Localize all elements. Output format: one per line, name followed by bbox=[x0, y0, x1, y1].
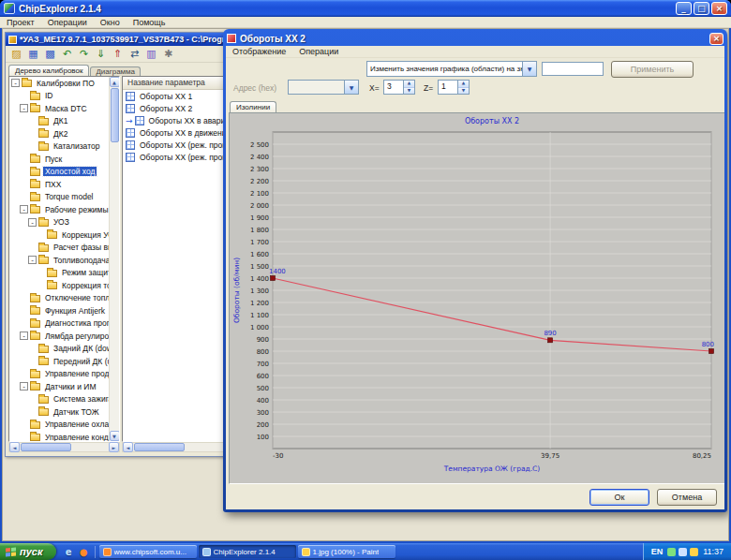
redo-icon[interactable]: ↷ bbox=[76, 47, 92, 62]
tree-item[interactable]: ID bbox=[9, 90, 109, 103]
tree-item[interactable]: Отключение топливопод bbox=[9, 292, 109, 305]
rpm-line-chart[interactable]: 1002003004005006007008009001 0001 1001 2… bbox=[230, 113, 724, 483]
tree-item[interactable]: Управление продувкой bbox=[9, 368, 109, 381]
dialog-menu-item-1[interactable]: Операции bbox=[292, 47, 345, 56]
tree-item[interactable]: Задний ДК (downstre bbox=[9, 343, 109, 356]
scroll-left-icon[interactable]: ◄ bbox=[9, 442, 20, 452]
tree-item[interactable]: -Лямбда регулирование bbox=[9, 330, 109, 343]
expander-icon[interactable]: - bbox=[20, 205, 28, 214]
read-chip-icon[interactable]: ⇓ bbox=[93, 47, 109, 62]
scroll-thumb[interactable] bbox=[21, 443, 71, 451]
tree-item[interactable]: -Маска DTC bbox=[9, 102, 109, 115]
tree-item[interactable]: -Рабочие режимы bbox=[9, 203, 109, 216]
taskbar: пуск e● www.chipsoft.com.u...ChipExplore… bbox=[0, 543, 731, 560]
tree-item[interactable]: Передний ДК (upstrea bbox=[9, 355, 109, 368]
tab-1[interactable]: Диаграмма bbox=[90, 66, 141, 76]
chart-icon[interactable]: ▥ bbox=[143, 47, 159, 62]
tree-item[interactable]: ПХХ bbox=[9, 178, 109, 191]
tree-item[interactable]: -Калибровки ПО bbox=[9, 77, 109, 90]
menu-item-2[interactable]: Окно bbox=[94, 18, 127, 27]
svg-text:1 000: 1 000 bbox=[250, 324, 269, 332]
tree-item[interactable]: -УОЗ bbox=[9, 216, 109, 229]
expander-icon[interactable]: - bbox=[20, 104, 28, 112]
task-button[interactable]: www.chipsoft.com.u... bbox=[99, 545, 197, 558]
expander-icon[interactable]: - bbox=[11, 79, 20, 87]
close-button[interactable]: × bbox=[711, 2, 727, 15]
firefox-icon[interactable]: ● bbox=[78, 546, 90, 558]
save-all-icon[interactable]: ▩ bbox=[42, 47, 58, 62]
tree-item[interactable]: ДК1 bbox=[9, 115, 109, 128]
start-button[interactable]: пуск bbox=[0, 543, 56, 560]
dialog-close-button[interactable]: × bbox=[709, 33, 724, 45]
tree-item[interactable]: Torque model bbox=[9, 191, 109, 204]
main-titlebar[interactable]: ChipExplorer 2.1.4 _□× bbox=[0, 0, 731, 17]
tree-item[interactable]: ДК2 bbox=[9, 127, 109, 140]
action-select[interactable]: Изменить значения графика (области) на з… bbox=[366, 61, 537, 77]
expander-icon[interactable]: - bbox=[20, 332, 28, 340]
windows-flag-icon bbox=[6, 547, 16, 556]
tree-item-label: Расчет фазы впрыска bbox=[52, 243, 109, 252]
menu-item-3[interactable]: Помощь bbox=[127, 18, 172, 27]
tree-item[interactable]: Коррекция УОЗ в bbox=[9, 228, 109, 242]
tree-item[interactable]: Расчет фазы впрыска bbox=[9, 242, 109, 255]
compare-icon[interactable]: ⇄ bbox=[127, 47, 142, 62]
svg-text:80,25: 80,25 bbox=[693, 452, 711, 460]
scroll-thumb[interactable] bbox=[134, 443, 185, 451]
expander-icon[interactable]: - bbox=[28, 218, 37, 227]
task-button[interactable]: ChipExplorer 2.1.4 bbox=[199, 545, 296, 558]
scroll-left-icon[interactable]: ◄ bbox=[123, 442, 133, 452]
language-indicator[interactable]: EN bbox=[651, 547, 664, 556]
expander-icon[interactable]: - bbox=[20, 382, 28, 391]
apply-button[interactable]: Применить bbox=[611, 61, 694, 78]
menu-item-1[interactable]: Операции bbox=[41, 18, 94, 27]
task-button[interactable]: 1.jpg (100%) - Paint bbox=[298, 545, 395, 558]
folder-icon bbox=[38, 257, 49, 264]
write-chip-icon[interactable]: ⇑ bbox=[110, 47, 126, 62]
tools-icon[interactable]: ✱ bbox=[160, 47, 176, 62]
undo-icon[interactable]: ↶ bbox=[59, 47, 75, 62]
tree-item[interactable]: Коррекция топли bbox=[9, 279, 109, 292]
tree-vertical-scrollbar[interactable]: ▲ ▼ bbox=[109, 77, 119, 441]
network-icon[interactable] bbox=[690, 548, 698, 556]
chevron-down-icon[interactable]: ▼ bbox=[522, 62, 536, 76]
tree-item[interactable]: -Топливоподача bbox=[9, 254, 109, 267]
tree-item[interactable]: Управление охлаждением bbox=[9, 419, 109, 432]
tab-isolines[interactable]: Изолинии bbox=[230, 101, 276, 112]
tree-item[interactable]: Катализатор bbox=[9, 140, 109, 154]
maximize-button[interactable]: □ bbox=[694, 2, 709, 15]
spinner-arrows-icon[interactable]: ▲▼ bbox=[457, 81, 469, 94]
expander-icon[interactable]: - bbox=[28, 256, 37, 264]
minimize-button[interactable]: _ bbox=[676, 2, 692, 15]
cancel-button[interactable]: Отмена bbox=[657, 489, 717, 506]
x-spinner[interactable]: 3 ▲▼ bbox=[383, 80, 415, 95]
antivirus-icon[interactable] bbox=[667, 548, 676, 556]
ok-button[interactable]: Ок bbox=[589, 489, 649, 506]
value-input[interactable] bbox=[542, 62, 604, 76]
svg-text:1 700: 1 700 bbox=[250, 239, 269, 246]
menu-item-0[interactable]: Проект bbox=[0, 18, 41, 27]
scroll-right-icon[interactable]: ► bbox=[109, 442, 119, 452]
z-spinner[interactable]: 1 ▲▼ bbox=[438, 80, 470, 95]
tree-item[interactable]: -Датчики и ИМ bbox=[9, 380, 109, 393]
dialog-menu-item-0[interactable]: Отображение bbox=[226, 47, 292, 56]
tree-item[interactable]: Функция Antijerk bbox=[9, 304, 109, 317]
scroll-down-icon[interactable]: ▼ bbox=[110, 431, 120, 441]
tree-item[interactable]: Диагностика пропусков в bbox=[9, 317, 109, 331]
tree-item[interactable]: Холостой ход bbox=[9, 166, 109, 179]
save-icon[interactable]: ▦ bbox=[25, 47, 41, 62]
volume-icon[interactable] bbox=[679, 548, 687, 556]
tree-item[interactable]: Управление кондиционер bbox=[9, 431, 109, 441]
tree-item[interactable]: Датчик ТОЖ bbox=[9, 405, 109, 419]
internet-explorer-icon[interactable]: e bbox=[63, 546, 75, 558]
scroll-thumb[interactable] bbox=[111, 88, 119, 142]
spinner-arrows-icon[interactable]: ▲▼ bbox=[403, 81, 414, 94]
tree-item[interactable]: Пуск bbox=[9, 153, 109, 166]
scroll-up-icon[interactable]: ▲ bbox=[110, 77, 120, 87]
tree-item[interactable]: Система зажигания bbox=[9, 393, 109, 406]
tab-0[interactable]: Дерево калибровок bbox=[8, 65, 89, 76]
dialog-buttons: Ок Отмена bbox=[589, 489, 717, 506]
open-icon[interactable]: ▨ bbox=[8, 47, 24, 62]
tree-item[interactable]: Режим защиты не bbox=[9, 267, 109, 280]
tree-horizontal-scrollbar[interactable]: ◄ ► bbox=[8, 442, 120, 452]
dialog-titlebar[interactable]: Обороты ХХ 2 × bbox=[226, 31, 724, 46]
